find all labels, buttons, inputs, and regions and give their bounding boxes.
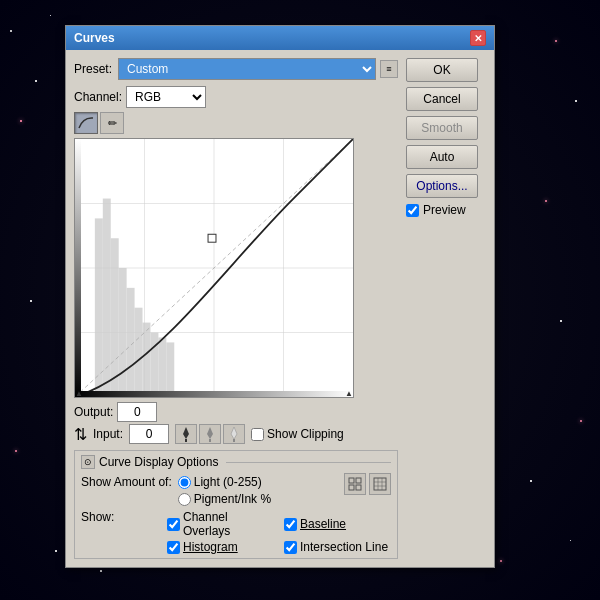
collapse-button[interactable]: ⊙ <box>81 455 95 469</box>
show-clipping-checkbox[interactable] <box>251 428 264 441</box>
light-label: Light (0-255) <box>194 475 262 489</box>
right-panel: OK Cancel Smooth Auto Options... Preview <box>406 58 486 559</box>
histogram-item: Histogram <box>167 540 274 554</box>
preset-row: Preset: Custom ≡ <box>74 58 398 80</box>
star <box>560 320 562 322</box>
intersection-line-checkbox[interactable] <box>284 541 297 554</box>
ok-button[interactable]: OK <box>406 58 478 82</box>
preset-icon-button[interactable]: ≡ <box>380 60 398 78</box>
curve-area[interactable]: ▲ ▲ <box>74 138 354 398</box>
show-clipping-label: Show Clipping <box>267 427 344 441</box>
channel-overlays-label: Channel Overlays <box>183 510 274 538</box>
star <box>50 15 51 16</box>
star <box>15 450 17 452</box>
show-label: Show: <box>81 510 161 524</box>
channel-overlays-item: Channel Overlays <box>167 510 274 538</box>
bottom-gradient <box>75 391 353 397</box>
baseline-item: Baseline <box>284 510 391 538</box>
svg-rect-22 <box>356 478 361 483</box>
output-row: Output: <box>74 402 398 422</box>
pencil-tool-button[interactable]: ✏ <box>100 112 124 134</box>
svg-rect-17 <box>208 234 216 242</box>
dialog-body: Preset: Custom ≡ Channel: RGB <box>66 50 494 567</box>
histogram-checkbox[interactable] <box>167 541 180 554</box>
star <box>10 30 12 32</box>
star <box>570 540 571 541</box>
curve-tool-button[interactable] <box>74 112 98 134</box>
bottom-row: ⇅ Input: <box>74 424 398 444</box>
star <box>580 420 582 422</box>
star <box>100 570 102 572</box>
show-amount-row: Show Amount of: Light (0-255) Pigment/In… <box>81 475 391 506</box>
svg-rect-7 <box>150 333 158 398</box>
radio-group: Light (0-255) Pigment/Ink % <box>178 475 271 506</box>
light-radio-item: Light (0-255) <box>178 475 271 489</box>
curve-display-section: ⊙ Curve Display Options Show Amount of: … <box>74 450 398 559</box>
close-button[interactable]: ✕ <box>470 30 486 46</box>
gray-point-eyedropper[interactable] <box>199 424 221 444</box>
pigment-radio[interactable] <box>178 493 191 506</box>
output-label: Output: <box>74 405 113 419</box>
svg-rect-5 <box>135 308 143 397</box>
title-bar: Curves ✕ <box>66 26 494 50</box>
channel-overlays-checkbox[interactable] <box>167 518 180 531</box>
intersection-line-label: Intersection Line <box>300 540 388 554</box>
star <box>55 550 57 552</box>
curve-tools: ✏ <box>74 112 398 134</box>
svg-rect-23 <box>349 485 354 490</box>
pigment-radio-item: Pigment/Ink % <box>178 492 271 506</box>
smooth-button[interactable]: Smooth <box>406 116 478 140</box>
adjust-icon[interactable]: ⇅ <box>74 425 87 444</box>
left-panel: Preset: Custom ≡ Channel: RGB <box>74 58 398 559</box>
left-gradient <box>75 139 81 397</box>
black-point-eyedropper[interactable] <box>175 424 197 444</box>
channel-select[interactable]: RGB <box>126 86 206 108</box>
star <box>500 560 502 562</box>
pigment-label: Pigment/Ink % <box>194 492 271 506</box>
auto-button[interactable]: Auto <box>406 145 478 169</box>
star <box>35 80 37 82</box>
input-label: Input: <box>93 427 123 441</box>
intersection-line-item: Intersection Line <box>284 540 391 554</box>
section-header: ⊙ Curve Display Options <box>81 455 391 469</box>
large-grid-button[interactable] <box>369 473 391 495</box>
svg-rect-8 <box>158 337 166 397</box>
curve-display-title: Curve Display Options <box>99 455 218 469</box>
preset-label: Preset: <box>74 62 112 76</box>
baseline-checkbox[interactable] <box>284 518 297 531</box>
svg-rect-24 <box>356 485 361 490</box>
checkbox-grid: Channel Overlays Baseline Histogram <box>167 510 391 554</box>
show-amount-label: Show Amount of: <box>81 475 172 489</box>
channel-row: Channel: RGB <box>74 86 398 108</box>
svg-rect-25 <box>374 478 386 490</box>
right-triangle: ▲ <box>345 389 353 398</box>
light-radio[interactable] <box>178 476 191 489</box>
preset-select[interactable]: Custom <box>118 58 376 80</box>
white-point-eyedropper[interactable] <box>223 424 245 444</box>
section-divider <box>226 462 391 463</box>
star <box>30 300 32 302</box>
star <box>20 120 22 122</box>
small-grid-button[interactable] <box>344 473 366 495</box>
preview-label: Preview <box>423 203 466 217</box>
options-button[interactable]: Options... <box>406 174 478 198</box>
channel-label: Channel: <box>74 90 122 104</box>
eyedropper-group <box>175 424 245 444</box>
show-row: Show: Channel Overlays Baseline Histo <box>81 510 391 554</box>
curve-grid-svg <box>75 139 353 397</box>
star <box>555 40 557 42</box>
input-input[interactable] <box>129 424 169 444</box>
left-triangle: ▲ <box>75 389 83 398</box>
show-clipping-row: Show Clipping <box>251 427 344 441</box>
svg-rect-21 <box>349 478 354 483</box>
star <box>530 480 532 482</box>
output-input[interactable] <box>117 402 157 422</box>
histogram-label: Histogram <box>183 540 238 554</box>
svg-rect-9 <box>166 342 174 397</box>
star <box>575 100 577 102</box>
curves-dialog: Curves ✕ Preset: Custom ≡ Channel: RGB <box>65 25 495 568</box>
preview-checkbox[interactable] <box>406 204 419 217</box>
star <box>545 200 547 202</box>
preview-row: Preview <box>406 203 486 217</box>
cancel-button[interactable]: Cancel <box>406 87 478 111</box>
